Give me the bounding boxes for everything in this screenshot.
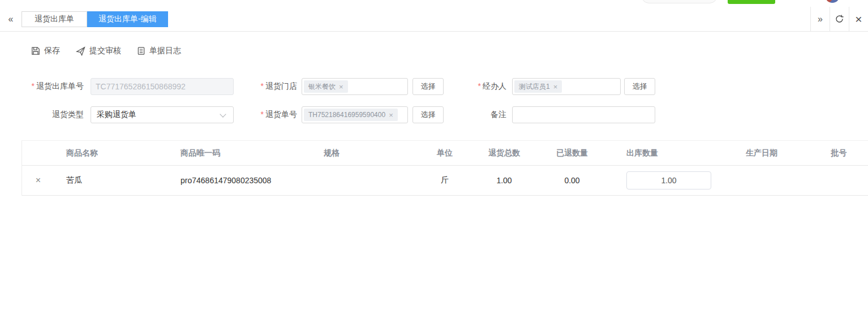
tab-bar: « 退货出库单 退货出库单-编辑 » × [0,7,868,32]
return-store-select-button[interactable]: 选择 [412,78,444,95]
action-toolbar: 保存 提交审核 单据日志 [31,45,868,57]
submit-review-button[interactable]: 提交审核 [76,46,121,56]
return-store-tag: 银米餐饮 × [304,80,348,93]
col-unit: 单位 [419,148,470,158]
required-marker: * [32,81,35,90]
chevron-down-icon [220,111,226,117]
required-marker: * [261,110,264,119]
col-return-total: 退货总数 [470,148,538,158]
top-app-bar: 欢迎使用【K510000124】 ♥ 会员权益 旗舰版 立即续费 jimmy [0,0,868,7]
save-icon [31,46,40,55]
tag-text: TH752186416959590400 [308,111,385,119]
submit-review-label: 提交审核 [89,46,121,56]
welcome-text-wrap: 欢迎使用【K510000124】 [534,0,631,1]
col-product-name: 商品名称 [54,148,170,158]
required-marker: * [261,81,264,90]
return-store-input[interactable]: 银米餐饮 × [302,78,408,95]
order-form: *退货出库单号 *退货门店 银米餐饮 × 选择 *经办人 测试店员1 × 选择 … [0,78,868,123]
col-prod-date: 生产日期 [714,148,810,158]
handler-tag: 测试店员1 × [514,80,562,93]
remark-input[interactable] [512,106,655,123]
return-store-label: *退货门店 [234,81,297,92]
tab-label: 退货出库单-编辑 [98,14,157,24]
outbound-no-input [91,78,234,95]
tag-close-icon[interactable]: × [389,111,393,119]
avatar [825,0,840,3]
save-button[interactable]: 保存 [31,46,60,56]
return-no-tag: TH752186416959590400 × [304,109,398,121]
paper-plane-icon [76,46,85,56]
tab-return-outbound-list[interactable]: 退货出库单 [22,11,87,27]
document-log-icon [137,46,145,55]
return-no-select-button[interactable]: 选择 [412,106,444,123]
welcome-text: 欢迎使用【K510000124】 [545,0,631,1]
table-row: × 苦瓜 pro746861479080235008 斤 1.00 0.00 [22,166,868,196]
cell-product-code: pro746861479080235008 [170,176,317,185]
col-outbound-qty: 出库数量 [606,148,714,158]
return-no-label: *退货单号 [234,110,297,120]
renew-button[interactable]: 立即续费 [728,0,775,4]
return-no-input[interactable]: TH752186416959590400 × [302,106,408,123]
tag-text: 测试店员1 [519,82,550,92]
monitor-icon [534,0,542,1]
return-type-label: 退货类型 [0,110,84,120]
tab-return-outbound-edit[interactable]: 退货出库单-编辑 [87,11,168,27]
col-batch-no: 批号 [810,148,868,158]
remark-label: 备注 [444,110,506,120]
cell-return-total: 1.00 [470,176,538,185]
handler-input[interactable]: 测试店员1 × [512,78,621,95]
chevron-right-double-icon: » [818,14,823,24]
user-menu[interactable]: jimmy [825,0,862,3]
close-icon[interactable]: × [849,7,868,31]
refresh-icon[interactable] [830,7,849,31]
return-type-select[interactable]: 采购退货单 [91,106,234,123]
tabs-scroll-right-icon[interactable]: » [810,7,830,31]
row-delete-icon[interactable]: × [36,175,41,186]
handler-label: *经办人 [444,81,506,92]
bell-icon[interactable] [805,0,815,1]
handler-select-button[interactable]: 选择 [624,78,655,95]
items-table: 商品名称 商品唯一码 规格 单位 退货总数 已退数量 出库数量 生产日期 批号 … [22,140,868,196]
tab-label: 退货出库单 [35,14,74,24]
doc-log-button[interactable]: 单据日志 [137,46,181,56]
outbound-no-label: *退货出库单号 [0,81,84,92]
col-spec: 规格 [317,148,419,158]
col-returned-qty: 已退数量 [538,148,606,158]
tag-close-icon[interactable]: × [553,83,558,90]
return-type-value: 采购退货单 [97,110,136,120]
form-row-1: *退货出库单号 *退货门店 银米餐饮 × 选择 *经办人 测试店员1 × 选择 [0,78,868,95]
cell-product-name: 苦瓜 [54,175,170,186]
save-label: 保存 [44,46,60,56]
fullscreen-icon[interactable] [785,0,795,1]
required-marker: * [478,81,481,90]
tag-close-icon[interactable]: × [339,83,343,90]
close-x: × [855,13,862,25]
membership-label: 会员权益 旗舰版 [656,0,710,1]
cell-unit: 斤 [419,175,470,186]
tag-text: 银米餐饮 [308,82,336,92]
form-row-2: 退货类型 采购退货单 *退货单号 TH752186416959590400 × … [0,106,868,123]
outbound-qty-input[interactable] [626,171,711,189]
tabs-scroll-left-icon[interactable]: « [0,7,22,31]
table-header-row: 商品名称 商品唯一码 规格 单位 退货总数 已退数量 出库数量 生产日期 批号 [22,141,868,166]
col-product-code: 商品唯一码 [170,148,317,158]
doc-log-label: 单据日志 [149,46,181,56]
cell-returned-qty: 0.00 [538,176,606,185]
membership-badge[interactable]: ♥ 会员权益 旗舰版 [641,0,717,3]
